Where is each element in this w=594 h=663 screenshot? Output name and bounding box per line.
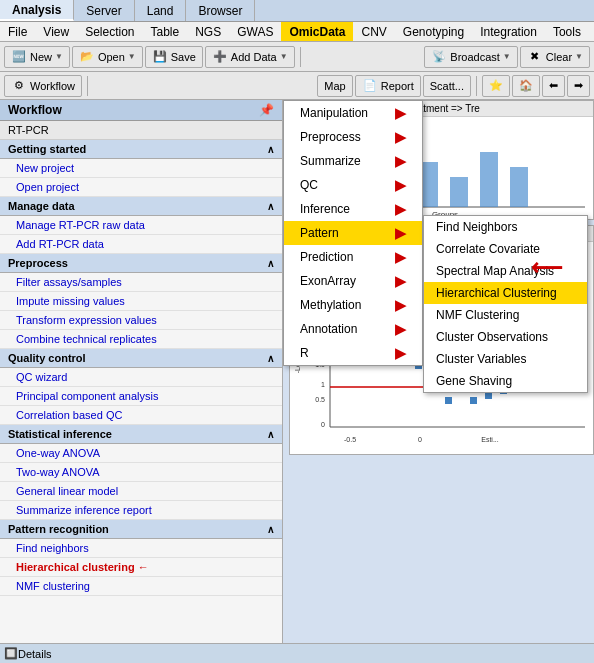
menu-exonarray[interactable]: ExonArray ▶ (284, 269, 422, 293)
item-qc-wizard[interactable]: QC wizard (0, 368, 282, 387)
section-preprocess[interactable]: Preprocess ∧ (0, 254, 282, 273)
menu-tools[interactable]: Tools (545, 22, 589, 41)
open-button[interactable]: 📂 Open ▼ (72, 46, 143, 68)
item-one-way-anova[interactable]: One-way ANOVA (0, 444, 282, 463)
menu-manipulation[interactable]: Manipulation ▶ (284, 101, 422, 125)
item-two-way-anova[interactable]: Two-way ANOVA (0, 463, 282, 482)
toolbar-main: 🆕 New ▼ 📂 Open ▼ 💾 Save ➕ Add Data ▼ 📡 B… (0, 42, 594, 72)
open-dropdown-arrow[interactable]: ▼ (128, 52, 136, 61)
item-nmf-clustering[interactable]: NMF clustering (0, 577, 282, 596)
nav-btn-3[interactable]: ⬅ (542, 75, 565, 97)
add-data-dropdown-arrow[interactable]: ▼ (280, 52, 288, 61)
item-manage-rtpcr[interactable]: Manage RT-PCR raw data (0, 216, 282, 235)
section-pattern-recognition[interactable]: Pattern recognition ∧ (0, 520, 282, 539)
save-icon: 💾 (152, 49, 168, 65)
item-add-rtpcr[interactable]: Add RT-PCR data (0, 235, 282, 254)
item-transform[interactable]: Transform expression values (0, 311, 282, 330)
omicdata-dropdown: Manipulation ▶ Preprocess ▶ Summarize ▶ … (283, 100, 423, 366)
tab-land[interactable]: Land (135, 0, 187, 21)
new-icon: 🆕 (11, 49, 27, 65)
menu-table[interactable]: Table (143, 22, 188, 41)
item-open-project[interactable]: Open project (0, 178, 282, 197)
item-hierarchical-clustering[interactable]: Hierarchical clustering ← (0, 558, 282, 577)
svg-text:0: 0 (321, 421, 325, 428)
right-area: Treatment => Tre Groups Treatment => Tre (283, 100, 594, 643)
svg-rect-30 (470, 397, 477, 404)
menu-omicdata[interactable]: OmicData (281, 22, 353, 41)
save-button[interactable]: 💾 Save (145, 46, 203, 68)
nav-btn-1[interactable]: ⭐ (482, 75, 510, 97)
menu-methylation[interactable]: Methylation ▶ (284, 293, 422, 317)
item-combine[interactable]: Combine technical replicates (0, 330, 282, 349)
item-impute[interactable]: Impute missing values (0, 292, 282, 311)
submenu-correlate-covariate[interactable]: Correlate Covariate (424, 238, 587, 260)
menu-qc[interactable]: QC ▶ (284, 173, 422, 197)
map-btn[interactable]: Map (317, 75, 352, 97)
new-dropdown-arrow[interactable]: ▼ (55, 52, 63, 61)
clear-dropdown-arrow[interactable]: ▼ (575, 52, 583, 61)
section-manage-data[interactable]: Manage data ∧ (0, 197, 282, 216)
section-statistical-inference-label: Statistical inference (8, 428, 112, 440)
menu-cnv[interactable]: CNV (353, 22, 394, 41)
menu-ngs[interactable]: NGS (187, 22, 229, 41)
item-general-linear[interactable]: General linear model (0, 482, 282, 501)
menu-annotation[interactable]: Annotation ▶ (284, 317, 422, 341)
item-find-neighbors[interactable]: Find neighbors (0, 539, 282, 558)
report-btn[interactable]: 📄 Report (355, 75, 421, 97)
broadcast-dropdown-arrow[interactable]: ▼ (503, 52, 511, 61)
menu-summarize[interactable]: Summarize ▶ (284, 149, 422, 173)
menu-selection[interactable]: Selection (77, 22, 142, 41)
menu-gwas[interactable]: GWAS (229, 22, 281, 41)
svg-rect-40 (445, 397, 452, 404)
menu-inference[interactable]: Inference ▶ (284, 197, 422, 221)
menu-r[interactable]: R ▶ (284, 341, 422, 365)
toolbar-separator-1 (300, 47, 301, 67)
report-icon: 📄 (362, 78, 378, 94)
status-details-label: Details (18, 648, 52, 660)
menu-pattern[interactable]: Pattern ▶ (284, 221, 422, 245)
menu-integration[interactable]: Integration (472, 22, 545, 41)
section-statistical-inference[interactable]: Statistical inference ∧ (0, 425, 282, 444)
tab-analysis[interactable]: Analysis (0, 0, 74, 21)
item-summarize-inference[interactable]: Summarize inference report (0, 501, 282, 520)
submenu-hierarchical-clustering[interactable]: Hierarchical Clustering (424, 282, 587, 304)
nav-btn-2[interactable]: 🏠 (512, 75, 540, 97)
r-submenu-arrow: ▶ (395, 345, 406, 361)
menu-bar: File View Selection Table NGS GWAS OmicD… (0, 22, 594, 42)
scatter-btn[interactable]: Scatt... (423, 75, 471, 97)
section-getting-started[interactable]: Getting started ∧ (0, 140, 282, 159)
menu-genotyping[interactable]: Genotyping (395, 22, 472, 41)
section-quality-control[interactable]: Quality control ∧ (0, 349, 282, 368)
menu-view[interactable]: View (35, 22, 77, 41)
clear-button[interactable]: ✖ Clear ▼ (520, 46, 590, 68)
open-icon: 📂 (79, 49, 95, 65)
menu-prediction[interactable]: Prediction ▶ (284, 245, 422, 269)
svg-text:1: 1 (321, 381, 325, 388)
submenu-cluster-variables[interactable]: Cluster Variables (424, 348, 587, 370)
workflow-pin-icon[interactable]: 📌 (259, 103, 274, 117)
rtpcr-label: RT-PCR (0, 121, 282, 140)
submenu-nmf-clustering[interactable]: NMF Clustering (424, 304, 587, 326)
item-filter-assays[interactable]: Filter assays/samples (0, 273, 282, 292)
broadcast-icon: 📡 (431, 49, 447, 65)
item-correlation-qc[interactable]: Correlation based QC (0, 406, 282, 425)
add-data-button[interactable]: ➕ Add Data ▼ (205, 46, 295, 68)
toolbar-secondary: ⚙ Workflow Map 📄 Report Scatt... ⭐ 🏠 ⬅ ➡ (0, 72, 594, 100)
submenu-gene-shaving[interactable]: Gene Shaving (424, 370, 587, 392)
tab-browser[interactable]: Browser (186, 0, 255, 21)
submenu-cluster-observations[interactable]: Cluster Observations (424, 326, 587, 348)
new-button[interactable]: 🆕 New ▼ (4, 46, 70, 68)
tab-server[interactable]: Server (74, 0, 134, 21)
submenu-spectral-map[interactable]: Spectral Map Analysis (424, 260, 587, 282)
nav-btn-4[interactable]: ➡ (567, 75, 590, 97)
status-details-icon: 🔲 (4, 647, 18, 660)
item-new-project[interactable]: New project (0, 159, 282, 178)
menu-file[interactable]: File (0, 22, 35, 41)
status-bar: 🔲 Details (0, 643, 594, 663)
submenu-find-neighbors[interactable]: Find Neighbors (424, 216, 587, 238)
broadcast-button[interactable]: 📡 Broadcast ▼ (424, 46, 517, 68)
workflow-btn[interactable]: ⚙ Workflow (4, 75, 82, 97)
menu-preprocess[interactable]: Preprocess ▶ (284, 125, 422, 149)
methylation-submenu-arrow: ▶ (395, 297, 406, 313)
item-pca[interactable]: Principal component analysis (0, 387, 282, 406)
